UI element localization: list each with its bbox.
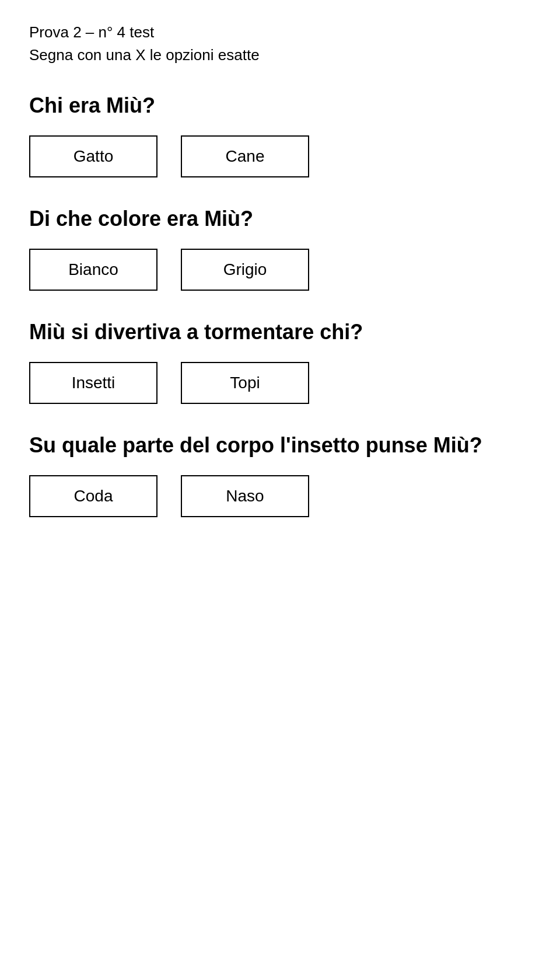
- question-2-section: Di che colore era Miù? Bianco Grigio: [29, 207, 531, 291]
- q1-option-1[interactable]: Gatto: [29, 135, 158, 177]
- question-1-text: Chi era Miù?: [29, 93, 531, 118]
- question-4-options: Coda Naso: [29, 475, 531, 517]
- question-1-options: Gatto Cane: [29, 135, 531, 177]
- q4-option-2[interactable]: Naso: [181, 475, 309, 517]
- header-subtitle: Segna con una X le opzioni esatte: [29, 46, 531, 64]
- question-2-text: Di che colore era Miù?: [29, 207, 531, 231]
- q4-option-1[interactable]: Coda: [29, 475, 158, 517]
- question-1-section: Chi era Miù? Gatto Cane: [29, 93, 531, 177]
- page-container: Prova 2 – n° 4 test Segna con una X le o…: [29, 23, 531, 517]
- q2-option-2[interactable]: Grigio: [181, 249, 309, 291]
- q3-option-2[interactable]: Topi: [181, 362, 309, 404]
- question-4-section: Su quale parte del corpo l'insetto punse…: [29, 433, 531, 517]
- question-4-text: Su quale parte del corpo l'insetto punse…: [29, 433, 531, 458]
- q3-option-1[interactable]: Insetti: [29, 362, 158, 404]
- question-2-options: Bianco Grigio: [29, 249, 531, 291]
- q2-option-1[interactable]: Bianco: [29, 249, 158, 291]
- question-3-section: Miù si divertiva a tormentare chi? Inset…: [29, 320, 531, 404]
- question-3-options: Insetti Topi: [29, 362, 531, 404]
- q1-option-2[interactable]: Cane: [181, 135, 309, 177]
- question-3-text: Miù si divertiva a tormentare chi?: [29, 320, 531, 344]
- header-title: Prova 2 – n° 4 test: [29, 23, 531, 41]
